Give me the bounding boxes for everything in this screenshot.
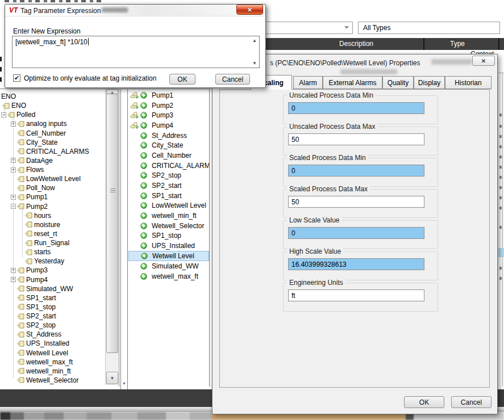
tree-item-label: hours xyxy=(34,212,51,220)
tree-item[interactable]: Simulated_WW xyxy=(0,284,119,293)
close-button[interactable]: ✕ xyxy=(472,56,495,66)
browser-item[interactable]: Pump4 xyxy=(128,120,209,131)
cancel-button[interactable]: Cancel xyxy=(451,396,491,408)
tag-icon xyxy=(25,249,32,255)
scroll-down-icon[interactable]: ▼ xyxy=(122,381,127,385)
tree-item-label: UPS_Installed xyxy=(26,339,69,347)
tree-item[interactable]: St_Address xyxy=(0,330,119,339)
tree-item[interactable]: Wetwell Level xyxy=(0,348,119,358)
tree-item[interactable]: City_State xyxy=(0,138,119,147)
tab-historian[interactable]: Historian xyxy=(445,76,491,89)
scroll-down-button[interactable]: ▼ xyxy=(106,372,118,384)
type-filter-combobox[interactable]: All Types xyxy=(358,22,500,34)
group-scaled-max: Scaled Process Data Max xyxy=(283,189,438,218)
status-orb-icon xyxy=(140,212,147,219)
tree-item-label: Polled xyxy=(16,111,35,119)
tree-item[interactable]: hours xyxy=(0,211,119,220)
tree-scrollbar[interactable]: ▲ ▼ xyxy=(105,89,118,385)
tree-item[interactable]: wetwell_min_ft xyxy=(0,367,119,376)
tree-item-label: Poll_Now xyxy=(26,184,55,192)
tree-item-label: wetwell_max_ft xyxy=(26,358,73,366)
status-orb-icon xyxy=(140,222,147,229)
tree-item[interactable]: analog inputs xyxy=(0,119,119,128)
tree-item[interactable]: Poll_Now xyxy=(0,183,119,192)
tree-item[interactable]: Flows xyxy=(0,165,119,174)
scroll-up-icon[interactable]: ▲ xyxy=(252,38,257,43)
column-header-description[interactable]: Description xyxy=(319,40,393,48)
tab-alarm[interactable]: Alarm xyxy=(293,76,323,89)
tag-tree-panel: ENO ENO Polled analog inputs Cell_Number… xyxy=(0,89,119,387)
browser-item[interactable]: CRITICAL_ALARMS xyxy=(128,161,209,171)
browser-item[interactable]: Pump1 xyxy=(128,90,209,100)
scroll-down-icon[interactable]: ▼ xyxy=(252,61,257,66)
close-button[interactable]: ✕ xyxy=(236,5,263,15)
tree-item[interactable]: CRITICAL_ALARMS xyxy=(0,147,119,156)
browser-item[interactable]: SP2_start xyxy=(128,180,209,191)
browser-item[interactable]: Cell_Number xyxy=(128,150,209,161)
browser-item[interactable]: wetwell_min_ft xyxy=(128,211,209,221)
browser-item-label: UPS_Installed xyxy=(152,242,195,250)
tree-item[interactable]: Wetwell_Selector xyxy=(0,376,119,385)
browser-item[interactable]: UPS_Installed xyxy=(128,241,209,251)
browser-item[interactable]: City_State xyxy=(128,140,209,150)
tree-item[interactable]: DataAge xyxy=(0,156,119,165)
engineering-units-input[interactable] xyxy=(288,289,424,301)
tree-item[interactable]: Pump1 xyxy=(0,192,119,201)
ok-button[interactable]: OK xyxy=(169,74,195,85)
tree-item[interactable]: SP1_stop xyxy=(0,303,119,312)
tag-icon xyxy=(17,139,24,145)
unscaled-min-input[interactable] xyxy=(288,102,424,114)
low-scale-input[interactable] xyxy=(288,227,424,239)
browser-item[interactable]: LowWetwell Level xyxy=(128,201,209,211)
browser-item[interactable]: Pump3 xyxy=(128,110,209,120)
tree-item[interactable]: Pump4 xyxy=(0,275,119,284)
browser-item[interactable]: SP1_start xyxy=(128,191,209,201)
tag-icon xyxy=(17,121,24,127)
tree-item[interactable]: SP2_start xyxy=(0,312,119,321)
tree-item[interactable]: wetwell_max_ft xyxy=(0,358,119,367)
tree-item[interactable]: SP1_start xyxy=(0,293,119,303)
scaled-max-input[interactable] xyxy=(288,196,424,208)
tree-item[interactable]: LowWetwell Level xyxy=(0,174,119,183)
cancel-button[interactable]: Cancel xyxy=(215,74,250,85)
tree-item[interactable]: Pump3 xyxy=(0,266,119,275)
scaled-min-input[interactable] xyxy=(288,165,424,177)
tree-item[interactable]: Cell_Number xyxy=(0,129,119,138)
browser-item[interactable]: wetwell_max_ft xyxy=(128,271,209,282)
tree-item-label: moisture xyxy=(34,221,60,229)
tree-item[interactable]: UPS_Installed xyxy=(0,339,119,348)
optimize-checkbox[interactable]: ✔ xyxy=(13,74,20,82)
tab-quality[interactable]: Quality xyxy=(382,76,414,89)
tag-icon xyxy=(2,103,10,109)
column-header-type[interactable]: Type xyxy=(432,40,483,48)
scrollbar-thumb[interactable] xyxy=(106,94,118,353)
high-scale-input[interactable] xyxy=(288,258,424,270)
tag-icon xyxy=(17,185,24,191)
tab-external-alarms[interactable]: External Alarms xyxy=(323,76,382,89)
browser-item[interactable]: SP1_stop xyxy=(128,231,209,241)
browser-item[interactable]: Wetwell_Selector xyxy=(128,221,209,231)
tree-item[interactable]: ENO xyxy=(0,92,119,101)
tree-item[interactable]: ENO xyxy=(0,101,119,110)
browser-item[interactable]: SP2_stop xyxy=(128,171,209,181)
browser-item[interactable]: St_Address xyxy=(128,131,209,141)
tree-item[interactable]: Pump2 xyxy=(0,202,119,211)
tree-item[interactable]: reset_rt xyxy=(0,229,119,238)
browser-scrollbar-track[interactable]: ▼ xyxy=(120,89,128,390)
tree-item[interactable]: Yesterday xyxy=(0,257,119,266)
tag-filter-combobox[interactable] xyxy=(264,22,353,34)
browser-item[interactable]: Pump2 xyxy=(128,100,209,111)
tree-item[interactable]: moisture xyxy=(0,220,119,229)
tree-item[interactable]: Run_Signal xyxy=(0,238,119,247)
tree-item[interactable]: starts xyxy=(0,247,119,257)
group-low-scale: Low Scale Value xyxy=(283,220,438,249)
browser-item[interactable]: Simulated_WW xyxy=(128,261,209,271)
ok-button[interactable]: OK xyxy=(404,396,444,408)
tab-display[interactable]: Display xyxy=(414,76,445,89)
browser-item-selected[interactable]: Wetwell Level xyxy=(128,251,209,261)
expression-textarea[interactable]: [wetwell_max_ft] *10/10 ▲ ▼ xyxy=(12,36,260,68)
unscaled-max-input[interactable] xyxy=(288,133,424,145)
tree-item[interactable]: SP2_stop xyxy=(0,321,119,330)
tree-item[interactable]: Polled xyxy=(0,110,119,119)
browser-item-label: SP1_start xyxy=(152,192,182,200)
